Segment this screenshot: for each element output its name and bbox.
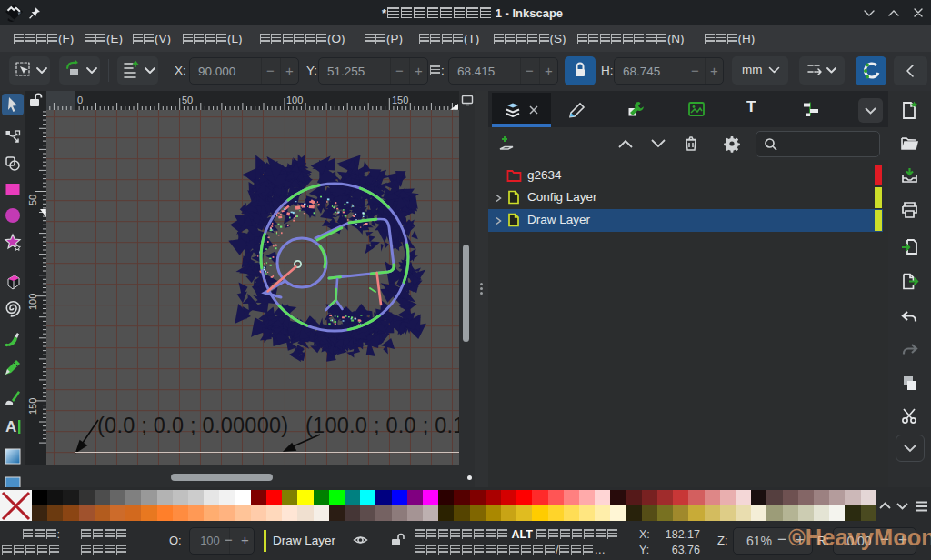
svg-text:150: 150 xyxy=(27,398,38,415)
svg-text:0: 0 xyxy=(77,95,83,105)
svg-text:50: 50 xyxy=(182,95,193,105)
svg-text:(100.0 ; 0.0 ; 0.1: (100.0 ; 0.0 ; 0.1 xyxy=(305,414,459,437)
svg-text:50: 50 xyxy=(27,195,38,205)
svg-text:150: 150 xyxy=(392,95,408,105)
svg-text:100: 100 xyxy=(27,294,38,310)
svg-text:(0.0 ; 0.0 ; 0.00000): (0.0 ; 0.0 ; 0.00000) xyxy=(97,414,288,437)
svg-text:A: A xyxy=(5,418,16,435)
svg-text:100: 100 xyxy=(286,95,303,105)
